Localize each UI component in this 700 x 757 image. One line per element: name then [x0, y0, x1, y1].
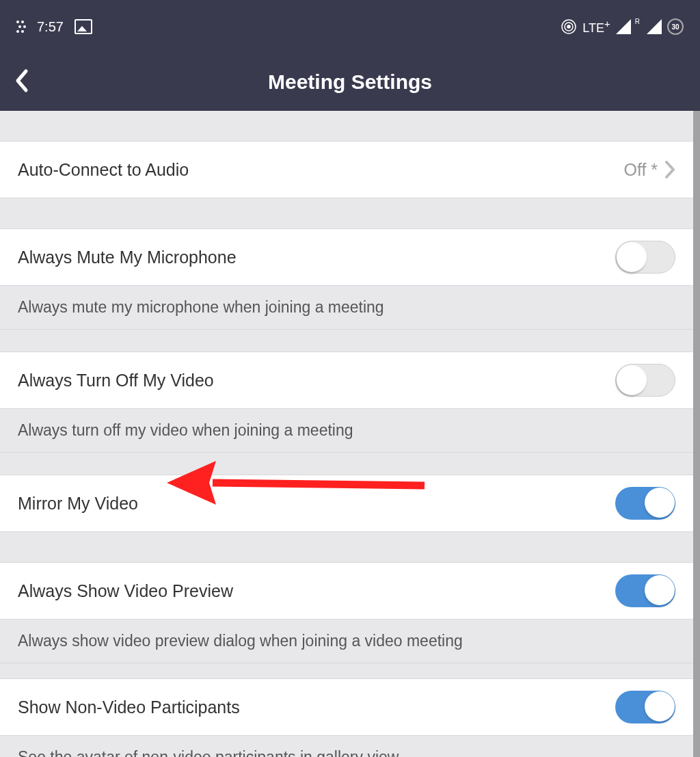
annotation-arrow	[161, 455, 428, 510]
toggle-mute-microphone[interactable]	[615, 241, 675, 274]
blackberry-icon	[16, 21, 26, 33]
setting-non-video-participants: Show Non-Video Participants	[0, 678, 693, 736]
status-left: 7:57	[16, 19, 92, 35]
toggle-non-video-participants[interactable]	[615, 691, 675, 723]
back-button[interactable]	[14, 68, 29, 96]
battery-badge: 30	[667, 18, 684, 35]
signal-icon-2	[647, 19, 662, 34]
setting-mute-microphone: Always Mute My Microphone	[0, 228, 693, 286]
setting-auto-connect-audio[interactable]: Auto-Connect to Audio Off *	[0, 141, 693, 198]
network-label: LTE+	[582, 18, 610, 36]
scrollbar[interactable]	[693, 111, 700, 757]
signal-icon	[616, 19, 631, 34]
toggle-video-preview[interactable]	[615, 574, 675, 607]
setting-desc: See the avatar of non-video participants…	[0, 736, 693, 757]
setting-label: Always Mute My Microphone	[18, 248, 237, 267]
setting-label: Always Show Video Preview	[18, 581, 233, 601]
setting-label: Auto-Connect to Audio	[18, 160, 189, 180]
setting-turn-off-video: Always Turn Off My Video	[0, 351, 693, 409]
svg-point-0	[567, 25, 570, 28]
roaming-badge: R	[635, 18, 640, 25]
nav-header: Meeting Settings	[0, 53, 700, 111]
status-bar: 7:57 LTE+ R 30	[0, 0, 700, 53]
image-icon	[75, 19, 92, 34]
chevron-right-icon	[664, 160, 675, 179]
toggle-turn-off-video[interactable]	[615, 364, 675, 397]
status-time: 7:57	[37, 19, 64, 35]
setting-desc: Always turn off my video when joining a …	[0, 409, 693, 453]
setting-video-preview: Always Show Video Preview	[0, 562, 693, 620]
setting-desc: Always mute my microphone when joining a…	[0, 286, 693, 330]
toggle-mirror-video[interactable]	[615, 487, 675, 520]
setting-desc: Always show video preview dialog when jo…	[0, 620, 693, 663]
status-right: LTE+ R 30	[561, 18, 684, 36]
settings-content: Auto-Connect to Audio Off * Always Mute …	[0, 111, 693, 757]
setting-label: Always Turn Off My Video	[18, 371, 214, 390]
setting-label: Show Non-Video Participants	[18, 698, 240, 717]
setting-label: Mirror My Video	[18, 494, 138, 514]
page-title: Meeting Settings	[0, 70, 700, 94]
setting-value-text: Off *	[623, 160, 658, 180]
hotspot-icon	[561, 18, 577, 35]
